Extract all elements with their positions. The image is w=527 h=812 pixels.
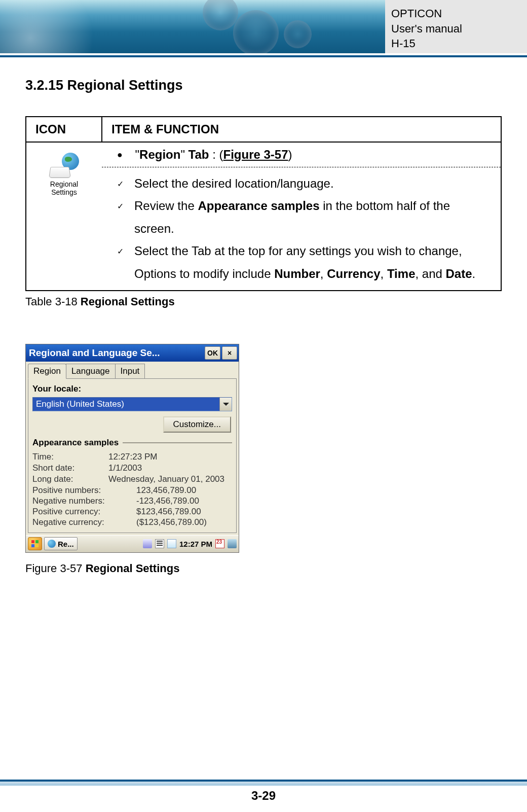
close-paren: ) <box>288 148 292 161</box>
footer-rule-light <box>0 782 527 786</box>
list-item: ✓Review the Appearance samples in the bo… <box>117 195 492 240</box>
customize-button[interactable]: Customize... <box>163 416 231 433</box>
figure: Regional and Language Se... OK × Region … <box>25 344 243 575</box>
caption-title: Regional Settings <box>81 295 175 308</box>
icon-caption-line1: Regional <box>50 180 78 188</box>
item-text: Select the desired location/language. <box>134 172 492 195</box>
tab-input[interactable]: Input <box>115 364 145 378</box>
check-icon: ✓ <box>117 240 134 285</box>
sample-label: Long date: <box>32 474 108 484</box>
page-header-band: OPTICON User's manual H-15 <box>0 0 527 53</box>
check-icon: ✓ <box>117 195 134 240</box>
tray-icon[interactable] <box>167 539 176 548</box>
tray-icon[interactable] <box>228 539 237 548</box>
sample-value: 1/1/2003 <box>108 463 232 473</box>
samples-grid-2: Positive numbers: 123,456,789.00 Negativ… <box>32 485 232 527</box>
tab-region[interactable]: Region <box>28 364 66 379</box>
section-heading: 3.2.15 Regional Settings <box>25 78 502 93</box>
header-decoration <box>284 20 312 48</box>
tab-name: Region <box>139 148 180 161</box>
sample-value: -123,456,789.00 <box>136 496 232 506</box>
task-globe-icon <box>48 540 56 548</box>
fig-caption-prefix: Figure 3-57 <box>25 562 86 575</box>
sample-value: $123,456,789.00 <box>136 507 232 517</box>
instruction-list: ✓Select the desired location/language. ✓… <box>102 167 501 290</box>
group-divider <box>123 442 232 443</box>
page-number: 3-29 <box>0 789 527 803</box>
icon-cell: Regional Settings <box>26 142 102 291</box>
task-label: Re... <box>58 540 74 548</box>
quote-close: " <box>180 148 188 161</box>
item-text: Review the Appearance samples in the bot… <box>134 195 492 240</box>
ok-button[interactable]: OK <box>205 346 220 360</box>
col-header-function: ITEM & FUNCTION <box>102 117 501 142</box>
system-tray: 12:27 PM <box>143 539 237 548</box>
icon-caption-line2: Settings <box>51 188 77 196</box>
list-item: ✓Select the Tab at the top for any setti… <box>117 240 492 285</box>
header-decoration <box>233 10 279 53</box>
locale-select[interactable]: English (United States) <box>32 397 232 411</box>
taskbar-clock: 12:27 PM <box>179 540 212 548</box>
bullet-icon: ● <box>117 150 132 160</box>
appearance-samples-label: Appearance samples <box>32 438 232 448</box>
col-header-icon: ICON <box>26 117 102 142</box>
dialog-tabs: Region Language Input <box>26 362 239 378</box>
tab-word: Tab <box>189 148 209 161</box>
fig-caption-title: Regional Settings <box>86 562 180 575</box>
locale-value: English (United States) <box>33 398 219 411</box>
dropdown-arrow-icon[interactable] <box>219 398 232 411</box>
start-button-icon[interactable] <box>28 537 42 550</box>
figure-caption: Figure 3-57 Regional Settings <box>25 562 243 575</box>
regional-settings-icon <box>50 153 79 178</box>
locale-label: Your locale: <box>32 384 232 394</box>
sample-value: 12:27:23 PM <box>108 452 232 462</box>
item-text: Select the Tab at the top for any settin… <box>134 240 492 285</box>
group-label-text: Appearance samples <box>32 438 119 448</box>
sample-label: Positive numbers: <box>32 485 136 496</box>
sample-label: Time: <box>32 452 108 462</box>
sep: : ( <box>209 148 223 161</box>
sample-label: Negative currency: <box>32 517 136 527</box>
info-table: ICON ITEM & FUNCTION Regional Settings ●… <box>25 116 502 291</box>
sample-label: Positive currency: <box>32 507 136 517</box>
close-button[interactable]: × <box>222 346 237 360</box>
tray-icon[interactable] <box>155 539 164 548</box>
sample-value: Wednesday, January 01, 2003 <box>108 474 232 484</box>
tray-icon[interactable] <box>143 539 152 548</box>
table-caption: Table 3-18 Regional Settings <box>25 295 502 308</box>
quote-open: " <box>135 148 140 161</box>
brand-name: OPTICON <box>391 6 527 21</box>
tab-heading-row: ● "Region" Tab : (Figure 3-57) <box>102 143 501 167</box>
figure-ref: Figure 3-57 <box>223 148 288 161</box>
dialog-titlebar: Regional and Language Se... OK × <box>26 344 239 362</box>
tray-calendar-icon[interactable] <box>215 539 224 548</box>
function-cell: ● "Region" Tab : (Figure 3-57) ✓Select t… <box>102 142 501 291</box>
sample-value: 123,456,789.00 <box>136 485 232 496</box>
header-meta: OPTICON User's manual H-15 <box>385 0 527 53</box>
sample-label: Negative numbers: <box>32 496 136 506</box>
header-decoration <box>203 0 238 30</box>
doc-type: User's manual <box>391 21 527 37</box>
caption-prefix: Table 3-18 <box>25 295 81 308</box>
taskbar-task[interactable]: Re... <box>44 537 78 550</box>
tab-language[interactable]: Language <box>66 364 116 378</box>
sample-value: ($123,456,789.00) <box>136 517 232 527</box>
check-icon: ✓ <box>117 172 134 195</box>
dialog-window: Regional and Language Se... OK × Region … <box>25 344 239 553</box>
dialog-title: Regional and Language Se... <box>29 347 205 359</box>
dialog-body: Your locale: English (United States) Cus… <box>28 378 237 533</box>
samples-grid-1: Time: 12:27:23 PM Short date: 1/1/2003 L… <box>32 452 232 484</box>
model-name: H-15 <box>391 36 527 51</box>
taskbar: Re... 12:27 PM <box>26 535 239 552</box>
sample-label: Short date: <box>32 463 108 473</box>
list-item: ✓Select the desired location/language. <box>117 172 492 195</box>
